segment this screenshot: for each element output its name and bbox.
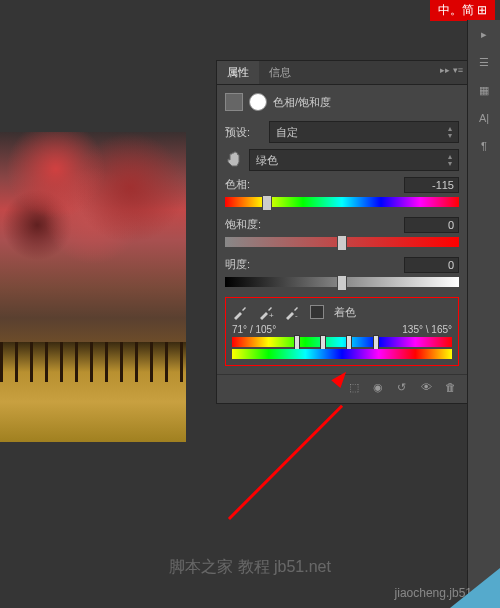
colorize-checkbox[interactable] — [310, 305, 324, 319]
history-icon[interactable]: ☰ — [468, 48, 500, 76]
visibility-icon[interactable]: 👁 — [421, 381, 437, 397]
panel-menu-icon[interactable]: ▸▸ ▾≡ — [440, 65, 463, 75]
adjustment-title: 色相/饱和度 — [273, 95, 331, 110]
eyedropper-icon[interactable] — [232, 304, 248, 320]
ime-indicator: 中。简 ⊞ — [430, 0, 495, 21]
right-toolbar: ▸ ☰ ▦ A| ¶ — [467, 20, 500, 608]
lightness-thumb[interactable] — [337, 275, 347, 291]
panel-tabs: 属性 信息 ▸▸ ▾≡ — [217, 61, 467, 85]
photo-trees — [0, 132, 186, 318]
lightness-label: 明度: — [225, 257, 250, 273]
corner-fold — [450, 568, 500, 608]
tab-properties[interactable]: 属性 — [217, 61, 259, 84]
saturation-input[interactable]: 0 — [404, 217, 459, 233]
targeted-adjust-icon[interactable] — [225, 150, 245, 170]
preset-value: 自定 — [276, 125, 298, 140]
mask-icon — [249, 93, 267, 111]
saturation-label: 饱和度: — [225, 217, 261, 233]
hue-thumb[interactable] — [262, 195, 272, 211]
dropdown-arrows-icon: ▴▾ — [448, 125, 452, 139]
lightness-input[interactable]: 0 — [404, 257, 459, 273]
image-canvas[interactable] — [0, 132, 186, 442]
svg-text:+: + — [269, 311, 274, 320]
text-icon[interactable]: A| — [468, 104, 500, 132]
eyedropper-plus-icon[interactable]: + — [258, 304, 274, 320]
svg-text:-: - — [295, 311, 298, 320]
adjustment-icon — [225, 93, 243, 111]
annotation-arrow — [230, 380, 370, 520]
hue-label: 色相: — [225, 177, 250, 193]
saturation-thumb[interactable] — [337, 235, 347, 251]
preset-label: 预设: — [225, 125, 265, 140]
properties-panel: 属性 信息 ▸▸ ▾≡ 色相/饱和度 预设: 自定 ▴▾ 绿色 ▴▾ — [216, 60, 468, 404]
eyedropper-minus-icon[interactable]: - — [284, 304, 300, 320]
trash-icon[interactable]: 🗑 — [445, 381, 461, 397]
view-previous-icon[interactable]: ◉ — [373, 381, 389, 397]
color-range-value: 绿色 — [256, 153, 278, 168]
colorize-label: 着色 — [334, 305, 356, 320]
dropdown-arrows-icon: ▴▾ — [448, 153, 452, 167]
spectrum-top[interactable] — [232, 337, 452, 347]
range-left: 71° / 105° — [232, 324, 276, 335]
hue-input[interactable]: -115 — [404, 177, 459, 193]
hue-slider[interactable] — [225, 197, 459, 207]
reset-icon[interactable]: ↺ — [397, 381, 413, 397]
color-range-section: + - 着色 71° / 105° 135° \ 165° — [225, 297, 459, 366]
spectrum-bottom — [232, 349, 452, 359]
flyout-icon[interactable]: ▸ — [468, 20, 500, 48]
tab-info[interactable]: 信息 — [259, 61, 301, 84]
adjustment-header: 色相/饱和度 — [225, 93, 459, 111]
saturation-slider[interactable] — [225, 237, 459, 247]
watermark-center: 脚本之家 教程 jb51.net — [169, 557, 331, 578]
paragraph-icon[interactable]: ¶ — [468, 132, 500, 160]
photo-railing — [0, 342, 186, 382]
preset-dropdown[interactable]: 自定 ▴▾ — [269, 121, 459, 143]
color-range-dropdown[interactable]: 绿色 ▴▾ — [249, 149, 459, 171]
lightness-slider[interactable] — [225, 277, 459, 287]
range-right: 135° \ 165° — [402, 324, 452, 335]
swatch-icon[interactable]: ▦ — [468, 76, 500, 104]
